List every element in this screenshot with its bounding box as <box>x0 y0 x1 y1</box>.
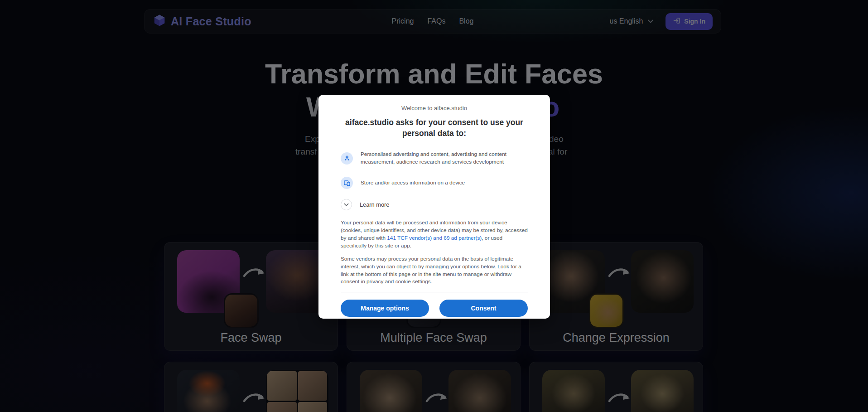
consent-heading: aiface.studio asks for your consent to u… <box>341 117 528 139</box>
learn-more-toggle[interactable]: Learn more <box>341 199 528 210</box>
consent-welcome-text: Welcome to aiface.studio <box>341 105 528 111</box>
tcf-vendors-link[interactable]: 141 TCF vendor(s) and 69 ad partner(s) <box>387 235 482 241</box>
consent-dialog: Welcome to aiface.studio aiface.studio a… <box>318 95 550 319</box>
consent-paragraph-2: Some vendors may process your personal d… <box>341 255 528 286</box>
purpose-item-personalised-ads: Personalised advertising and content, ad… <box>341 150 528 166</box>
purpose-text: Personalised advertising and content, ad… <box>361 150 528 166</box>
manage-options-button[interactable]: Manage options <box>341 300 429 317</box>
learn-more-chevron-icon <box>341 199 352 210</box>
person-icon <box>341 152 353 165</box>
purpose-text: Store and/or access information on a dev… <box>361 179 465 187</box>
learn-more-label: Learn more <box>360 201 389 208</box>
consent-paragraph-1: Your personal data will be processed and… <box>341 219 528 249</box>
devices-icon <box>341 177 353 189</box>
modal-divider <box>341 292 528 292</box>
consent-actions: Manage options Consent <box>341 300 528 317</box>
consent-button[interactable]: Consent <box>439 300 528 317</box>
purpose-item-store-access: Store and/or access information on a dev… <box>341 177 528 189</box>
